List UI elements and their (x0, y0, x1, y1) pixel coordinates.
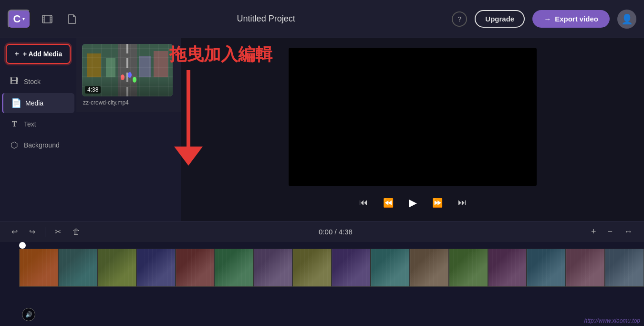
film-icon (42, 15, 52, 23)
help-button[interactable]: ? (452, 11, 467, 27)
sidebar-item-label-media: Media (25, 99, 43, 107)
svg-point-21 (133, 77, 136, 83)
track-frame (371, 249, 410, 287)
svg-rect-13 (126, 73, 128, 82)
rewind-button[interactable]: ⏪ (380, 195, 396, 211)
chevron-down-icon: ▾ (22, 16, 25, 21)
track-frame (527, 249, 566, 287)
export-arrow-icon: → (544, 15, 551, 23)
project-title: Untitled Project (88, 14, 444, 24)
delete-button[interactable]: 🗑 (69, 225, 84, 239)
film-icon-button[interactable] (38, 11, 56, 27)
media-thumbnail[interactable]: 4:38 (82, 44, 176, 96)
skip-to-end-button[interactable]: ⏭ (455, 195, 469, 210)
text-icon: T (10, 120, 19, 128)
track-frame (332, 249, 371, 287)
media-panel: 4:38 zz-crowd-city.mp4 (76, 38, 181, 112)
track-frame (488, 249, 527, 287)
play-button[interactable]: ▶ (406, 194, 420, 212)
scissors-button[interactable]: ✂ (51, 224, 65, 239)
sidebar: ＋ + Add Media 🎞 Stock 📄 Media T Text ⬡ B… (0, 38, 76, 221)
media-icon: 📄 (11, 98, 21, 108)
sidebar-item-media[interactable]: 📄 Media (2, 93, 74, 113)
media-duration: 4:38 (85, 86, 101, 94)
track-frame (58, 249, 97, 287)
undo-button[interactable]: ↩ (8, 224, 21, 239)
track-frame (176, 249, 215, 287)
sidebar-item-label-text: Text (24, 120, 36, 128)
sidebar-item-label-background: Background (24, 141, 60, 149)
sidebar-item-text[interactable]: T Text (2, 115, 74, 133)
track-frame (449, 249, 488, 287)
track-frame (19, 249, 58, 287)
track-frame (605, 249, 644, 287)
svg-rect-11 (126, 44, 128, 53)
toolbar-divider (45, 227, 45, 237)
export-label: Export video (555, 15, 598, 23)
svg-point-19 (121, 74, 125, 80)
track-frame (136, 249, 176, 287)
svg-rect-18 (154, 51, 168, 77)
timeline-track (19, 249, 644, 287)
svg-rect-17 (139, 56, 151, 77)
track-frame (253, 249, 292, 287)
timeline-area: 🔊 http://www.xiaomu.top (0, 242, 644, 326)
sidebar-item-label-stock: Stock (24, 78, 41, 85)
svg-rect-16 (106, 58, 115, 77)
video-preview (289, 48, 537, 186)
document-icon-button[interactable] (64, 10, 80, 28)
audio-icon[interactable]: 🔊 (22, 308, 35, 321)
logo-button[interactable]: C ▾ (8, 10, 31, 29)
document-icon (68, 14, 76, 24)
timeline-scrubber[interactable] (19, 242, 26, 249)
export-button[interactable]: → Export video (532, 10, 610, 28)
track-frame (410, 249, 449, 287)
background-icon: ⬡ (10, 140, 19, 150)
add-media-label: + Add Media (23, 50, 62, 58)
plus-icon: ＋ (13, 50, 20, 58)
track-frame (566, 249, 605, 287)
fast-forward-button[interactable]: ⏩ (429, 195, 446, 211)
timeline-toolbar: ↩ ↪ ✂ 🗑 0:00 / 4:38 + − ↔ (0, 221, 644, 242)
redo-button[interactable]: ↪ (25, 224, 39, 239)
header: C ▾ Untitled Project ? Upgrade → Export … (0, 0, 644, 38)
svg-rect-15 (87, 53, 101, 77)
add-media-button[interactable]: ＋ + Add Media (6, 44, 71, 64)
sidebar-item-background[interactable]: ⬡ Background (2, 135, 74, 155)
track-frame (97, 249, 136, 287)
media-filename: zz-crowd-city.mp4 (82, 99, 176, 106)
zoom-out-button[interactable]: − (603, 225, 616, 239)
logo-c-icon: C (13, 13, 21, 25)
svg-rect-12 (126, 58, 128, 68)
fit-button[interactable]: ↔ (620, 225, 636, 239)
avatar[interactable]: 👤 (617, 10, 636, 29)
track-frame (292, 249, 332, 287)
svg-point-20 (128, 72, 132, 78)
timeline-time: 0:00 / 4:38 (88, 228, 583, 236)
zoom-controls: + − ↔ (587, 225, 636, 239)
main-area: ＋ + Add Media 🎞 Stock 📄 Media T Text ⬡ B… (0, 38, 644, 221)
zoom-in-button[interactable]: + (587, 225, 600, 239)
video-section: ⏮ ⏪ ▶ ⏩ ⏭ (181, 38, 644, 221)
stock-icon: 🎞 (10, 76, 19, 86)
player-controls: ⏮ ⏪ ▶ ⏩ ⏭ (356, 194, 469, 212)
svg-rect-10 (118, 44, 137, 96)
upgrade-button[interactable]: Upgrade (475, 10, 525, 28)
skip-to-start-button[interactable]: ⏮ (356, 195, 371, 210)
sidebar-item-stock[interactable]: 🎞 Stock (2, 72, 74, 91)
track-frame (214, 249, 253, 287)
watermark: http://www.xiaomu.top (584, 317, 640, 324)
svg-rect-14 (126, 87, 128, 96)
timeline-section: ↩ ↪ ✂ 🗑 0:00 / 4:38 + − ↔ (0, 221, 644, 326)
